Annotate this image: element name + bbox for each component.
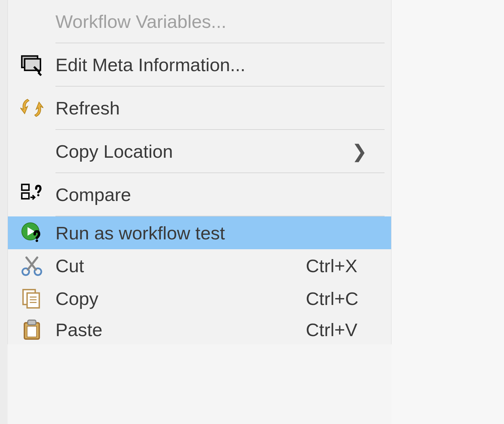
compare-icon — [8, 173, 55, 216]
context-menu: Workflow Variables... Edit Meta Informat… — [8, 0, 391, 344]
menu-label: Copy Location — [55, 141, 352, 162]
svg-rect-3 — [22, 193, 29, 199]
refresh-icon — [8, 87, 55, 129]
menu-label: Edit Meta Information... — [55, 54, 391, 75]
background-right — [391, 0, 504, 424]
menu-shortcut: Ctrl+V — [306, 319, 391, 340]
edit-meta-icon — [8, 43, 55, 86]
menu-item-cut[interactable]: Cut Ctrl+X — [8, 249, 391, 282]
paste-icon — [8, 315, 55, 344]
menu-shortcut: Ctrl+X — [306, 255, 391, 276]
menu-label: Refresh — [55, 97, 391, 119]
svg-rect-1 — [25, 59, 40, 71]
svg-rect-14 — [27, 326, 36, 337]
svg-rect-2 — [22, 184, 29, 190]
menu-label: Copy — [55, 288, 306, 309]
menu-item-refresh[interactable]: Refresh — [8, 87, 391, 129]
menu-item-copy-location[interactable]: Copy Location ❯ — [8, 130, 391, 172]
menu-label: Workflow Variables... — [55, 11, 391, 32]
no-icon — [8, 0, 55, 43]
svg-rect-8 — [27, 293, 39, 308]
run-test-icon — [8, 216, 55, 249]
cut-icon — [8, 249, 55, 282]
menu-item-compare[interactable]: Compare — [8, 173, 391, 216]
menu-item-copy[interactable]: Copy Ctrl+C — [8, 282, 391, 315]
menu-item-run-workflow-test[interactable]: Run as workflow test — [8, 216, 391, 249]
menu-shortcut: Ctrl+C — [306, 288, 391, 309]
copy-icon — [8, 282, 55, 315]
menu-label: Paste — [55, 319, 306, 340]
menu-label: Run as workflow test — [55, 222, 391, 244]
submenu-arrow-icon: ❯ — [352, 141, 391, 162]
background-left — [0, 0, 8, 424]
menu-item-paste[interactable]: Paste Ctrl+V — [8, 315, 391, 344]
menu-item-edit-meta[interactable]: Edit Meta Information... — [8, 43, 391, 86]
no-icon — [8, 130, 55, 172]
menu-label: Compare — [55, 184, 391, 205]
menu-label: Cut — [55, 255, 306, 276]
svg-rect-13 — [28, 320, 36, 325]
menu-item-workflow-variables: Workflow Variables... — [8, 0, 391, 43]
